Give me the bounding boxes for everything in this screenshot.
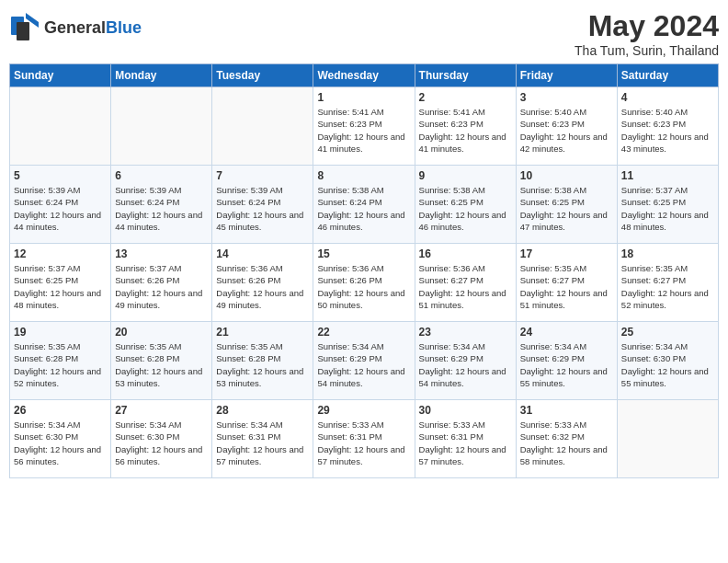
weekday-header: Wednesday	[313, 64, 415, 87]
logo-blue: Blue	[106, 18, 142, 37]
calendar-cell: 1Sunrise: 5:41 AM Sunset: 6:23 PM Daylig…	[313, 87, 415, 166]
location-subtitle: Tha Tum, Surin, Thailand	[574, 43, 719, 58]
calendar-cell: 10Sunrise: 5:38 AM Sunset: 6:25 PM Dayli…	[516, 166, 617, 244]
title-area: May 2024 Tha Tum, Surin, Thailand	[574, 9, 719, 58]
day-number: 27	[115, 404, 208, 417]
calendar-cell: 28Sunrise: 5:34 AM Sunset: 6:31 PM Dayli…	[212, 400, 313, 478]
day-info: Sunrise: 5:40 AM Sunset: 6:23 PM Dayligh…	[621, 106, 714, 155]
day-info: Sunrise: 5:37 AM Sunset: 6:25 PM Dayligh…	[621, 184, 714, 233]
day-number: 25	[621, 326, 714, 339]
weekday-header: Saturday	[617, 64, 718, 87]
calendar-cell	[212, 87, 313, 166]
day-info: Sunrise: 5:35 AM Sunset: 6:28 PM Dayligh…	[216, 340, 309, 389]
day-number: 12	[14, 247, 107, 260]
calendar-cell: 9Sunrise: 5:38 AM Sunset: 6:25 PM Daylig…	[415, 166, 516, 244]
day-number: 8	[317, 169, 410, 182]
day-info: Sunrise: 5:38 AM Sunset: 6:24 PM Dayligh…	[317, 184, 410, 233]
day-number: 20	[115, 326, 208, 339]
day-number: 21	[216, 326, 309, 339]
calendar-cell: 26Sunrise: 5:34 AM Sunset: 6:30 PM Dayli…	[10, 400, 111, 478]
day-number: 7	[216, 169, 309, 182]
day-number: 10	[520, 169, 613, 182]
day-info: Sunrise: 5:36 AM Sunset: 6:27 PM Dayligh…	[419, 262, 512, 311]
calendar-cell	[10, 87, 111, 166]
header: GeneralBlue May 2024 Tha Tum, Surin, Tha…	[9, 9, 719, 58]
calendar-cell: 8Sunrise: 5:38 AM Sunset: 6:24 PM Daylig…	[313, 166, 415, 244]
svg-rect-1	[17, 22, 29, 40]
day-number: 24	[520, 326, 613, 339]
calendar-cell	[111, 87, 212, 166]
day-info: Sunrise: 5:39 AM Sunset: 6:24 PM Dayligh…	[115, 184, 208, 233]
calendar-cell: 14Sunrise: 5:36 AM Sunset: 6:26 PM Dayli…	[212, 244, 313, 322]
calendar-cell: 2Sunrise: 5:41 AM Sunset: 6:23 PM Daylig…	[415, 87, 516, 166]
day-info: Sunrise: 5:34 AM Sunset: 6:30 PM Dayligh…	[115, 419, 208, 467]
calendar-cell: 29Sunrise: 5:33 AM Sunset: 6:31 PM Dayli…	[313, 400, 415, 478]
calendar-cell: 31Sunrise: 5:33 AM Sunset: 6:32 PM Dayli…	[516, 400, 617, 478]
calendar-cell: 13Sunrise: 5:37 AM Sunset: 6:26 PM Dayli…	[111, 244, 212, 322]
day-info: Sunrise: 5:41 AM Sunset: 6:23 PM Dayligh…	[317, 106, 410, 155]
calendar-cell: 20Sunrise: 5:35 AM Sunset: 6:28 PM Dayli…	[111, 322, 212, 400]
day-number: 31	[520, 404, 613, 417]
weekday-header: Friday	[516, 64, 617, 87]
calendar-cell: 3Sunrise: 5:40 AM Sunset: 6:23 PM Daylig…	[516, 87, 617, 166]
calendar-cell: 24Sunrise: 5:34 AM Sunset: 6:29 PM Dayli…	[516, 322, 617, 400]
day-number: 19	[14, 326, 107, 339]
day-info: Sunrise: 5:37 AM Sunset: 6:26 PM Dayligh…	[115, 262, 208, 311]
day-info: Sunrise: 5:35 AM Sunset: 6:28 PM Dayligh…	[115, 340, 208, 389]
day-number: 23	[419, 326, 512, 339]
calendar-cell: 23Sunrise: 5:34 AM Sunset: 6:29 PM Dayli…	[415, 322, 516, 400]
day-info: Sunrise: 5:37 AM Sunset: 6:25 PM Dayligh…	[14, 262, 107, 311]
day-info: Sunrise: 5:39 AM Sunset: 6:24 PM Dayligh…	[216, 184, 309, 233]
day-number: 14	[216, 247, 309, 260]
weekday-header: Monday	[111, 64, 212, 87]
logo-text: GeneralBlue	[44, 18, 142, 38]
calendar-cell: 25Sunrise: 5:34 AM Sunset: 6:30 PM Dayli…	[617, 322, 718, 400]
calendar-week-row: 19Sunrise: 5:35 AM Sunset: 6:28 PM Dayli…	[10, 322, 719, 400]
day-info: Sunrise: 5:34 AM Sunset: 6:29 PM Dayligh…	[317, 340, 410, 389]
day-number: 11	[621, 169, 714, 182]
day-info: Sunrise: 5:33 AM Sunset: 6:32 PM Dayligh…	[520, 419, 613, 467]
calendar-cell: 19Sunrise: 5:35 AM Sunset: 6:28 PM Dayli…	[10, 322, 111, 400]
weekday-header: Sunday	[10, 64, 111, 87]
day-info: Sunrise: 5:34 AM Sunset: 6:31 PM Dayligh…	[216, 419, 309, 467]
day-number: 15	[317, 247, 410, 260]
day-number: 22	[317, 326, 410, 339]
day-info: Sunrise: 5:34 AM Sunset: 6:29 PM Dayligh…	[520, 340, 613, 389]
weekday-header-row: SundayMondayTuesdayWednesdayThursdayFrid…	[10, 64, 719, 87]
day-info: Sunrise: 5:35 AM Sunset: 6:28 PM Dayligh…	[14, 340, 107, 389]
calendar-cell: 12Sunrise: 5:37 AM Sunset: 6:25 PM Dayli…	[10, 244, 111, 322]
day-info: Sunrise: 5:41 AM Sunset: 6:23 PM Dayligh…	[419, 106, 512, 155]
day-info: Sunrise: 5:36 AM Sunset: 6:26 PM Dayligh…	[216, 262, 309, 311]
calendar-week-row: 26Sunrise: 5:34 AM Sunset: 6:30 PM Dayli…	[10, 400, 719, 478]
weekday-header: Tuesday	[212, 64, 313, 87]
logo-general: General	[44, 18, 106, 37]
day-info: Sunrise: 5:36 AM Sunset: 6:26 PM Dayligh…	[317, 262, 410, 311]
calendar-cell: 22Sunrise: 5:34 AM Sunset: 6:29 PM Dayli…	[313, 322, 415, 400]
day-number: 3	[520, 91, 613, 104]
day-number: 5	[14, 169, 107, 182]
day-number: 16	[419, 247, 512, 260]
day-number: 18	[621, 247, 714, 260]
logo-mark	[9, 9, 42, 46]
day-number: 29	[317, 404, 410, 417]
calendar-week-row: 1Sunrise: 5:41 AM Sunset: 6:23 PM Daylig…	[10, 87, 719, 166]
day-number: 1	[317, 91, 410, 104]
calendar-cell: 15Sunrise: 5:36 AM Sunset: 6:26 PM Dayli…	[313, 244, 415, 322]
day-info: Sunrise: 5:39 AM Sunset: 6:24 PM Dayligh…	[14, 184, 107, 233]
day-info: Sunrise: 5:38 AM Sunset: 6:25 PM Dayligh…	[419, 184, 512, 233]
calendar-cell: 30Sunrise: 5:33 AM Sunset: 6:31 PM Dayli…	[415, 400, 516, 478]
day-info: Sunrise: 5:34 AM Sunset: 6:29 PM Dayligh…	[419, 340, 512, 389]
day-number: 9	[419, 169, 512, 182]
day-info: Sunrise: 5:34 AM Sunset: 6:30 PM Dayligh…	[621, 340, 714, 389]
logo: GeneralBlue	[9, 9, 142, 46]
day-info: Sunrise: 5:33 AM Sunset: 6:31 PM Dayligh…	[317, 419, 410, 467]
day-number: 6	[115, 169, 208, 182]
day-number: 30	[419, 404, 512, 417]
calendar-week-row: 5Sunrise: 5:39 AM Sunset: 6:24 PM Daylig…	[10, 166, 719, 244]
day-info: Sunrise: 5:34 AM Sunset: 6:30 PM Dayligh…	[14, 419, 107, 467]
calendar-cell	[617, 400, 718, 478]
day-info: Sunrise: 5:40 AM Sunset: 6:23 PM Dayligh…	[520, 106, 613, 155]
day-number: 28	[216, 404, 309, 417]
day-info: Sunrise: 5:33 AM Sunset: 6:31 PM Dayligh…	[419, 419, 512, 467]
day-number: 13	[115, 247, 208, 260]
